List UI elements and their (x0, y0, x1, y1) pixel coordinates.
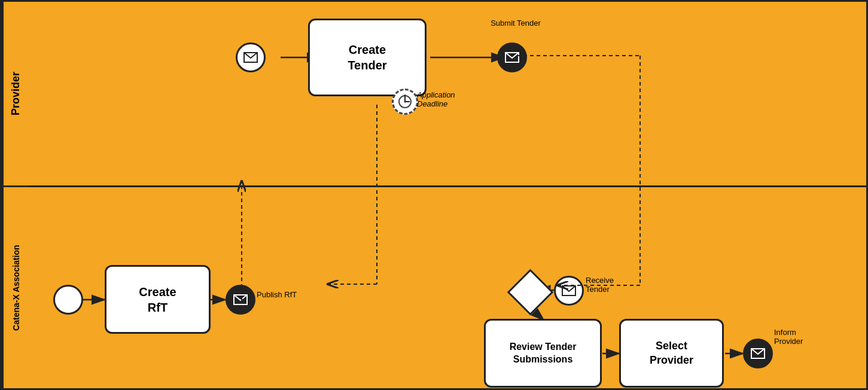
msg-receive-event (554, 276, 584, 306)
task-select-provider: Select Provider (619, 319, 724, 388)
timer-deadline-event (392, 89, 418, 115)
svg-point-4 (399, 96, 411, 108)
msg-publish-event (226, 285, 255, 315)
catena-lane-content: Create RfT Publish RfT (28, 187, 866, 388)
svg-point-7 (404, 101, 406, 103)
msg-start-event (236, 42, 266, 72)
provider-lane: Provider (2, 2, 866, 187)
provider-lane-label: Provider (2, 2, 28, 185)
provider-lane-content: Create Tender Application Deadline (28, 2, 866, 185)
catena-lane: Catena-X Association (2, 187, 866, 388)
envelope-end-icon (505, 52, 519, 63)
catena-lane-label: Catena-X Association (2, 187, 28, 388)
gateway-element (507, 269, 554, 316)
task-review-tender: Review Tender Submissions (484, 319, 602, 388)
start-none-event (53, 285, 83, 315)
receive-tender-label: Receive Tender (586, 276, 634, 294)
task-create-rft: Create RfT (105, 265, 211, 334)
timer-deadline-label: Application Deadline (417, 90, 477, 108)
submit-tender-label: Submit Tender (489, 19, 543, 28)
timer-icon (397, 94, 413, 109)
envelope-receive-icon (562, 285, 576, 296)
msg-inform-event (743, 339, 773, 368)
envelope-publish-icon (233, 294, 248, 305)
envelope-icon (243, 52, 258, 63)
inform-provider-label: Inform Provider (774, 328, 822, 346)
task-create-tender: Create Tender (308, 19, 427, 96)
msg-submit-event (497, 42, 527, 72)
publish-rft-label: Publish RfT (257, 290, 297, 299)
bpmn-diagram: Provider (0, 0, 868, 390)
envelope-inform-icon (751, 348, 765, 359)
